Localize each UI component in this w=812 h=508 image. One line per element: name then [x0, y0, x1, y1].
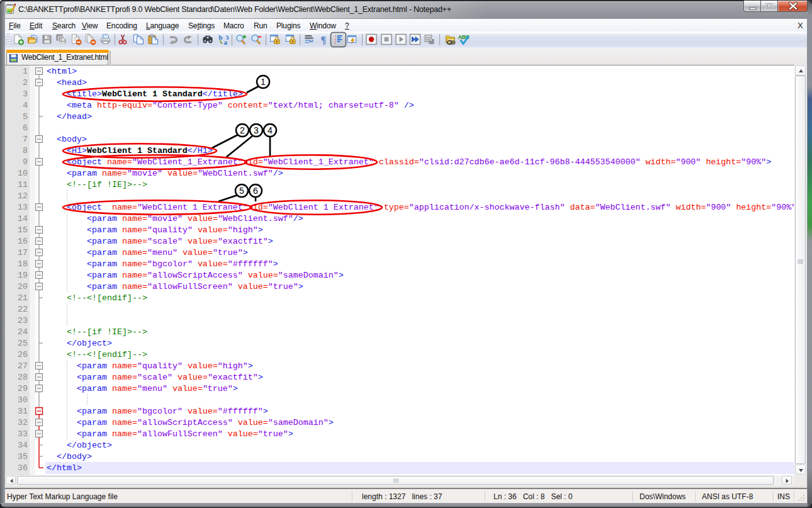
- svg-text:3: 3: [254, 125, 259, 135]
- svg-text:2: 2: [240, 125, 245, 135]
- svg-text:5: 5: [239, 186, 244, 196]
- svg-text:6: 6: [253, 186, 258, 196]
- svg-text:4: 4: [268, 125, 273, 135]
- svg-text:1: 1: [261, 77, 266, 87]
